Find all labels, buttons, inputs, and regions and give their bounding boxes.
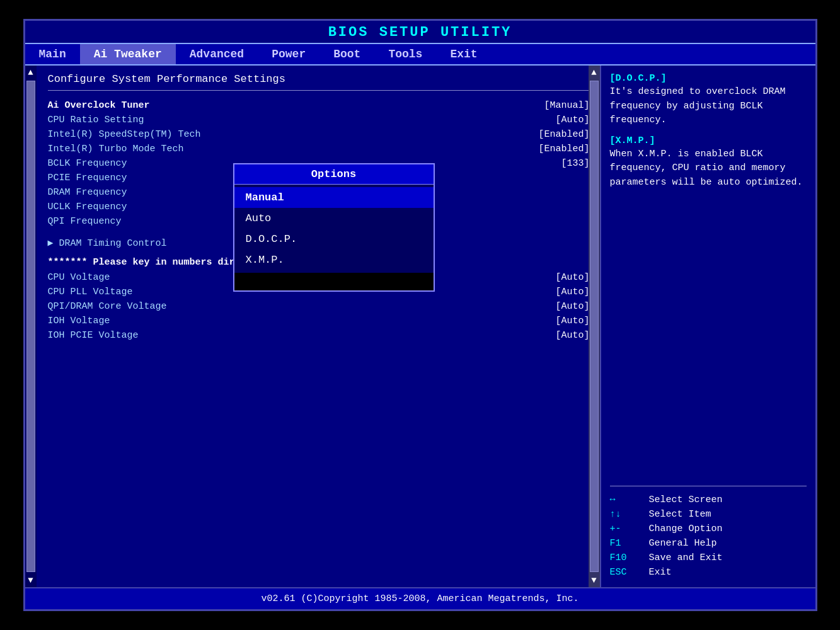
options-dropdown[interactable]: Options Manual Auto D.O.C.P. X.M.P. — [233, 163, 435, 292]
keybind-change-option: +- Change Option — [610, 522, 807, 536]
setting-row-ioh-pcie[interactable]: IOH PCIE Voltage [Auto] — [48, 328, 590, 343]
help-text-docp: It's designed to overclock DRAM frequenc… — [610, 85, 807, 128]
bios-title: BIOS SETUP UTILITY — [328, 25, 512, 40]
title-bar: BIOS SETUP UTILITY — [25, 21, 815, 43]
footer: v02.61 (C)Copyright 1985-2008, American … — [25, 587, 815, 609]
section-title: Configure System Performance Settings — [48, 73, 590, 85]
scroll-up-right[interactable]: ▲ — [591, 66, 596, 79]
setting-row-cpu-ratio[interactable]: CPU Ratio Setting [Auto] — [48, 113, 590, 127]
keybind-esc: ESC Exit — [610, 565, 807, 580]
footer-text: v02.61 (C)Copyright 1985-2008, American … — [261, 593, 578, 604]
right-panel: [D.O.C.P.] It's designed to overclock DR… — [601, 66, 815, 587]
menu-item-main[interactable]: Main — [25, 44, 80, 64]
keybind-f10: F10 Save and Exit — [610, 551, 807, 565]
help-section: [D.O.C.P.] It's designed to overclock DR… — [610, 73, 807, 479]
setting-row-ioh[interactable]: IOH Voltage [Auto] — [48, 314, 590, 328]
menu-item-exit[interactable]: Exit — [436, 44, 491, 64]
menu-bar: MainAi TweakerAdvancedPowerBootToolsExit — [25, 43, 815, 66]
scrollbar-thumb-right[interactable] — [590, 81, 599, 572]
menu-item-advanced[interactable]: Advanced — [176, 44, 258, 64]
setting-row-turbo[interactable]: Intel(R) Turbo Mode Tech [Enabled] — [48, 142, 590, 156]
dropdown-item-docp[interactable]: D.O.C.P. — [234, 229, 434, 249]
menu-item-ai-tweaker[interactable]: Ai Tweaker — [80, 44, 176, 64]
scroll-up-arrow[interactable]: ▲ — [28, 66, 33, 79]
menu-item-tools[interactable]: Tools — [374, 44, 436, 64]
setting-row-speedstep[interactable]: Intel(R) SpeedStep(TM) Tech [Enabled] — [48, 127, 590, 142]
scroll-down-right[interactable]: ▼ — [591, 573, 596, 587]
keybind-f1: F1 General Help — [610, 536, 807, 551]
bios-screen: BIOS SETUP UTILITY MainAi TweakerAdvance… — [23, 19, 817, 611]
dropdown-item-manual[interactable]: Manual — [234, 187, 434, 208]
scrollbar-thumb[interactable] — [26, 81, 35, 572]
setting-row-qpi-dram[interactable]: QPI/DRAM Core Voltage [Auto] — [48, 299, 590, 314]
dropdown-body: Manual Auto D.O.C.P. X.M.P. — [234, 185, 434, 273]
menu-item-boot[interactable]: Boot — [319, 44, 374, 64]
left-panel: ▲ ▼ Configure System Performance Setting… — [25, 66, 601, 587]
keybind-section: ↔ Select Screen ↑↓ Select Item +- Change… — [610, 493, 807, 580]
dropdown-footer — [234, 273, 434, 290]
menu-item-power[interactable]: Power — [258, 44, 319, 64]
dropdown-item-xmp[interactable]: X.M.P. — [234, 249, 434, 270]
dropdown-title: Options — [234, 164, 434, 185]
help-label-docp: [D.O.C.P.] — [610, 73, 807, 84]
help-label-xmp: [X.M.P.] — [610, 135, 807, 146]
dropdown-item-auto[interactable]: Auto — [234, 208, 434, 229]
setting-row-overclock-tuner[interactable]: Ai Overclock Tuner [Manual] — [48, 98, 590, 113]
keybind-select-screen: ↔ Select Screen — [610, 493, 807, 507]
help-text-xmp: When X.M.P. is enabled BLCK frequency, C… — [610, 147, 807, 190]
keybind-select-item: ↑↓ Select Item — [610, 507, 807, 522]
scroll-down-arrow[interactable]: ▼ — [28, 573, 33, 587]
main-content: ▲ ▼ Configure System Performance Setting… — [25, 66, 815, 587]
